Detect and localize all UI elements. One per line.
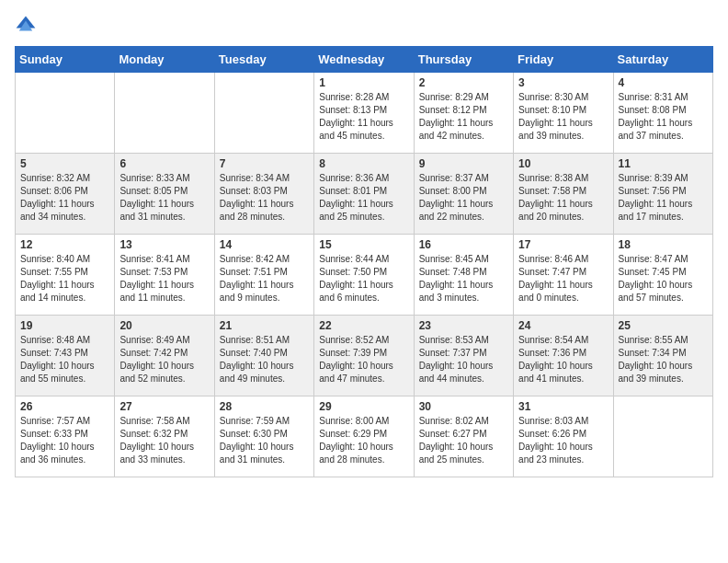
day-content: Sunrise: 8:34 AM Sunset: 8:03 PM Dayligh… (220, 172, 309, 224)
day-of-week-header: Monday (115, 47, 214, 73)
calendar-cell: 22Sunrise: 8:52 AM Sunset: 7:39 PM Dayli… (314, 316, 414, 396)
day-number: 9 (419, 157, 508, 170)
day-number: 13 (119, 238, 209, 251)
calendar-cell: 9Sunrise: 8:37 AM Sunset: 8:00 PM Daylig… (414, 154, 513, 235)
day-content: Sunrise: 8:33 AM Sunset: 8:05 PM Dayligh… (119, 172, 209, 224)
calendar-cell: 29Sunrise: 8:00 AM Sunset: 6:29 PM Dayli… (314, 396, 414, 477)
day-number: 24 (518, 319, 608, 332)
day-of-week-header: Saturday (613, 47, 712, 73)
calendar-cell: 5Sunrise: 8:32 AM Sunset: 8:06 PM Daylig… (16, 154, 115, 235)
day-content: Sunrise: 8:54 AM Sunset: 7:36 PM Dayligh… (518, 334, 608, 385)
day-number: 21 (220, 319, 309, 332)
day-number: 5 (20, 157, 109, 170)
calendar-cell: 4Sunrise: 8:31 AM Sunset: 8:08 PM Daylig… (613, 73, 712, 154)
calendar-cell: 18Sunrise: 8:47 AM Sunset: 7:45 PM Dayli… (613, 235, 712, 316)
day-content: Sunrise: 8:45 AM Sunset: 7:48 PM Dayligh… (419, 253, 508, 304)
calendar-cell: 7Sunrise: 8:34 AM Sunset: 8:03 PM Daylig… (214, 154, 313, 235)
day-content: Sunrise: 8:46 AM Sunset: 7:47 PM Dayligh… (518, 253, 608, 304)
day-number: 22 (319, 319, 408, 332)
page-header (15, 15, 713, 37)
day-number: 2 (419, 76, 508, 89)
calendar-cell: 2Sunrise: 8:29 AM Sunset: 8:12 PM Daylig… (414, 73, 513, 154)
calendar-cell: 3Sunrise: 8:30 AM Sunset: 8:10 PM Daylig… (514, 73, 613, 154)
day-content: Sunrise: 8:53 AM Sunset: 7:37 PM Dayligh… (419, 334, 508, 385)
day-content: Sunrise: 8:49 AM Sunset: 7:42 PM Dayligh… (119, 334, 209, 385)
calendar-cell: 30Sunrise: 8:02 AM Sunset: 6:27 PM Dayli… (414, 396, 513, 477)
day-content: Sunrise: 7:57 AM Sunset: 6:33 PM Dayligh… (20, 415, 109, 466)
day-number: 28 (220, 400, 309, 413)
day-number: 14 (220, 238, 309, 251)
calendar-cell: 20Sunrise: 8:49 AM Sunset: 7:42 PM Dayli… (115, 316, 214, 396)
day-content: Sunrise: 8:42 AM Sunset: 7:51 PM Dayligh… (220, 253, 309, 304)
day-of-week-header: Thursday (414, 47, 513, 73)
day-content: Sunrise: 8:29 AM Sunset: 8:12 PM Dayligh… (419, 91, 508, 143)
day-content: Sunrise: 8:36 AM Sunset: 8:01 PM Dayligh… (319, 172, 408, 224)
logo (15, 15, 40, 37)
day-content: Sunrise: 8:48 AM Sunset: 7:43 PM Dayligh… (20, 334, 109, 385)
day-number: 3 (518, 76, 608, 89)
calendar-body: 1Sunrise: 8:28 AM Sunset: 8:13 PM Daylig… (16, 73, 713, 477)
calendar-cell: 10Sunrise: 8:38 AM Sunset: 7:58 PM Dayli… (514, 154, 613, 235)
calendar-week-row: 19Sunrise: 8:48 AM Sunset: 7:43 PM Dayli… (16, 316, 713, 396)
calendar-week-row: 1Sunrise: 8:28 AM Sunset: 8:13 PM Daylig… (16, 73, 713, 154)
calendar-cell (613, 396, 712, 477)
calendar-week-row: 12Sunrise: 8:40 AM Sunset: 7:55 PM Dayli… (16, 235, 713, 316)
day-content: Sunrise: 7:59 AM Sunset: 6:30 PM Dayligh… (220, 415, 309, 466)
day-number: 12 (20, 238, 109, 251)
day-content: Sunrise: 8:40 AM Sunset: 7:55 PM Dayligh… (20, 253, 109, 304)
calendar-cell: 27Sunrise: 7:58 AM Sunset: 6:32 PM Dayli… (115, 396, 214, 477)
day-number: 29 (319, 400, 408, 413)
calendar-cell: 15Sunrise: 8:44 AM Sunset: 7:50 PM Dayli… (314, 235, 414, 316)
day-content: Sunrise: 8:51 AM Sunset: 7:40 PM Dayligh… (220, 334, 309, 385)
day-number: 23 (419, 319, 508, 332)
calendar-week-row: 5Sunrise: 8:32 AM Sunset: 8:06 PM Daylig… (16, 154, 713, 235)
calendar-cell: 14Sunrise: 8:42 AM Sunset: 7:51 PM Dayli… (214, 235, 313, 316)
calendar-cell: 16Sunrise: 8:45 AM Sunset: 7:48 PM Dayli… (414, 235, 513, 316)
calendar-cell (115, 73, 214, 154)
day-content: Sunrise: 8:31 AM Sunset: 8:08 PM Dayligh… (619, 91, 708, 143)
day-number: 26 (20, 400, 109, 413)
day-number: 30 (419, 400, 508, 413)
day-of-week-header: Wednesday (314, 47, 414, 73)
calendar-cell: 11Sunrise: 8:39 AM Sunset: 7:56 PM Dayli… (613, 154, 712, 235)
day-of-week-header: Sunday (16, 47, 115, 73)
day-content: Sunrise: 8:38 AM Sunset: 7:58 PM Dayligh… (518, 172, 608, 224)
calendar-cell: 6Sunrise: 8:33 AM Sunset: 8:05 PM Daylig… (115, 154, 214, 235)
day-content: Sunrise: 8:30 AM Sunset: 8:10 PM Dayligh… (518, 91, 608, 143)
calendar-cell: 25Sunrise: 8:55 AM Sunset: 7:34 PM Dayli… (613, 316, 712, 396)
day-of-week-header: Friday (514, 47, 613, 73)
day-number: 25 (619, 319, 708, 332)
day-content: Sunrise: 8:41 AM Sunset: 7:53 PM Dayligh… (119, 253, 209, 304)
calendar-cell: 23Sunrise: 8:53 AM Sunset: 7:37 PM Dayli… (414, 316, 513, 396)
day-number: 19 (20, 319, 109, 332)
day-content: Sunrise: 8:03 AM Sunset: 6:26 PM Dayligh… (518, 415, 608, 466)
day-number: 6 (119, 157, 209, 170)
day-number: 17 (518, 238, 608, 251)
day-number: 20 (119, 319, 209, 332)
day-of-week-header: Tuesday (214, 47, 313, 73)
logo-icon (15, 15, 37, 37)
day-content: Sunrise: 8:00 AM Sunset: 6:29 PM Dayligh… (319, 415, 408, 466)
calendar-cell: 19Sunrise: 8:48 AM Sunset: 7:43 PM Dayli… (16, 316, 115, 396)
calendar-table: SundayMondayTuesdayWednesdayThursdayFrid… (15, 46, 713, 477)
calendar-cell (214, 73, 313, 154)
day-content: Sunrise: 8:32 AM Sunset: 8:06 PM Dayligh… (20, 172, 109, 224)
day-number: 11 (619, 157, 708, 170)
day-content: Sunrise: 8:55 AM Sunset: 7:34 PM Dayligh… (619, 334, 708, 385)
calendar-cell: 21Sunrise: 8:51 AM Sunset: 7:40 PM Dayli… (214, 316, 313, 396)
day-content: Sunrise: 7:58 AM Sunset: 6:32 PM Dayligh… (119, 415, 209, 466)
calendar-cell: 12Sunrise: 8:40 AM Sunset: 7:55 PM Dayli… (16, 235, 115, 316)
day-content: Sunrise: 8:47 AM Sunset: 7:45 PM Dayligh… (619, 253, 708, 304)
calendar-cell (16, 73, 115, 154)
day-number: 10 (518, 157, 608, 170)
calendar-cell: 1Sunrise: 8:28 AM Sunset: 8:13 PM Daylig… (314, 73, 414, 154)
calendar-cell: 8Sunrise: 8:36 AM Sunset: 8:01 PM Daylig… (314, 154, 414, 235)
day-number: 7 (220, 157, 309, 170)
calendar-cell: 28Sunrise: 7:59 AM Sunset: 6:30 PM Dayli… (214, 396, 313, 477)
day-content: Sunrise: 8:28 AM Sunset: 8:13 PM Dayligh… (319, 91, 408, 143)
day-content: Sunrise: 8:44 AM Sunset: 7:50 PM Dayligh… (319, 253, 408, 304)
day-content: Sunrise: 8:39 AM Sunset: 7:56 PM Dayligh… (619, 172, 708, 224)
calendar-week-row: 26Sunrise: 7:57 AM Sunset: 6:33 PM Dayli… (16, 396, 713, 477)
calendar-cell: 24Sunrise: 8:54 AM Sunset: 7:36 PM Dayli… (514, 316, 613, 396)
calendar-cell: 17Sunrise: 8:46 AM Sunset: 7:47 PM Dayli… (514, 235, 613, 316)
